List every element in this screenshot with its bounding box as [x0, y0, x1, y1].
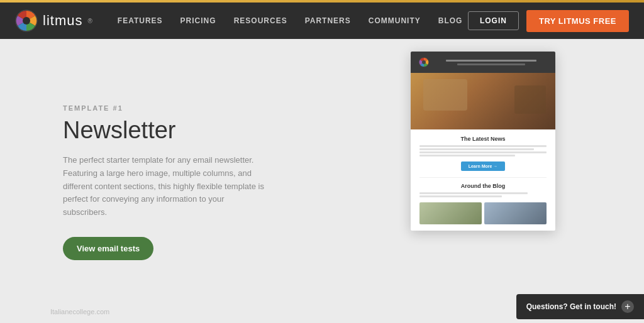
chat-label: Questions? Get in touch! [526, 302, 616, 311]
email-body: The Latest News Learn More → Around the … [411, 129, 555, 231]
nav-partners[interactable]: PARTNERS [305, 16, 351, 25]
watermark: Italianecollege.com [50, 308, 109, 315]
email-preview: The Latest News Learn More → Around the … [411, 52, 555, 231]
email-text-line [419, 155, 515, 156]
email-preview-logo-icon [418, 57, 430, 68]
right-panel: The Latest News Learn More → Around the … [322, 39, 644, 323]
email-blog-text-line [419, 195, 502, 197]
nav-blog[interactable]: BLOG [438, 16, 463, 25]
chat-plus-icon: + [621, 300, 634, 313]
email-header-text [435, 60, 548, 65]
email-section-title: The Latest News [419, 136, 547, 142]
email-thumbnail-1 [419, 202, 482, 224]
svg-point-3 [422, 60, 426, 64]
navbar-right: LOGIN TRY LITMUS FREE [468, 10, 629, 32]
left-panel: TEMPLATE #1 Newsletter The perfect start… [0, 39, 322, 323]
navbar: litmus® FEATURES PRICING RESOURCES PARTN… [0, 3, 644, 39]
email-cta-button: Learn More → [461, 162, 505, 171]
email-header-bar [411, 52, 555, 73]
email-images-row [419, 202, 547, 224]
template-description: The perfect starter template for any ema… [63, 154, 264, 219]
email-text-line [419, 148, 534, 150]
email-blog-text-line [419, 192, 528, 194]
template-label: TEMPLATE #1 [63, 104, 284, 112]
nav-features[interactable]: FEATURES [118, 16, 163, 25]
logo-reg: ® [87, 18, 92, 25]
view-email-tests-button[interactable]: View email tests [63, 237, 153, 260]
nav-resources[interactable]: RESOURCES [234, 16, 287, 25]
main-content: TEMPLATE #1 Newsletter The perfect start… [0, 39, 644, 323]
email-hero-image [411, 73, 555, 129]
email-text-line [419, 145, 547, 147]
try-free-button[interactable]: TRY LITMUS FREE [526, 10, 629, 32]
email-text-line [419, 151, 547, 153]
email-text-lines [419, 145, 547, 156]
template-title: Newsletter [63, 117, 284, 144]
svg-point-1 [23, 17, 30, 25]
nav-pricing[interactable]: PRICING [180, 16, 216, 25]
email-blog-title: Around the Blog [419, 183, 547, 189]
login-button[interactable]: LOGIN [468, 11, 519, 30]
logo-text: litmus [43, 13, 82, 29]
logo-icon [15, 9, 38, 32]
email-divider [419, 177, 547, 178]
nav-links: FEATURES PRICING RESOURCES PARTNERS COMM… [118, 16, 468, 25]
chat-widget[interactable]: Questions? Get in touch! + [516, 294, 644, 319]
email-thumbnail-2 [484, 202, 547, 224]
nav-community[interactable]: COMMUNITY [369, 16, 421, 25]
logo[interactable]: litmus® [15, 9, 92, 32]
